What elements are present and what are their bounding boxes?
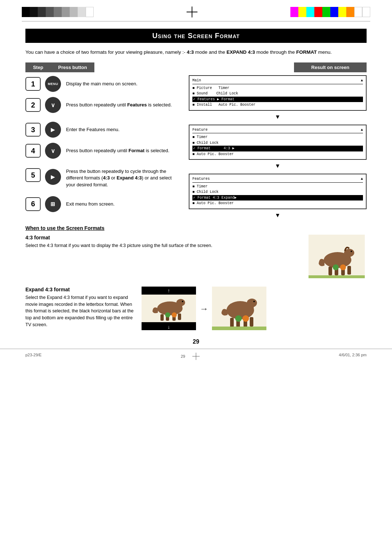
svg-rect-38 [212,327,266,330]
bar-color-4 [314,7,322,17]
svg-point-36 [235,315,242,322]
bar-color-7 [338,7,346,17]
step-row-2: 2 ∨ Press button repeatedly until Featur… [25,96,181,114]
screen1-header: Main ▲ [192,78,363,84]
svg-rect-17 [177,302,182,308]
screen2-row4: ■ Auto Pic. Booster [192,151,363,157]
screen-mockup-2: Feature ▲ ■ Timer ■ Child Lock ✓ Format … [189,125,367,160]
bar-seg-2 [30,7,38,17]
screen3-header: Features ▲ [192,177,363,183]
bar-seg-3 [38,7,46,17]
screen3-down-arrow: ▼ [189,212,367,219]
letterbox-image-container: ↑ ↓ [142,287,196,331]
svg-point-23 [165,312,170,317]
format-43-desc: Select the 4:3 format if you want to dis… [25,242,298,249]
format-43-title: 4:3 format [25,235,298,240]
format-43-section: 4:3 format Select the 4:3 format if you … [25,235,367,279]
svg-point-35 [253,301,255,302]
color-bars [290,7,370,17]
step-desc-1: Display the main menu on screen. [66,81,138,87]
svg-rect-7 [347,266,351,275]
bar-seg-5 [54,7,62,17]
step-desc-6: Exit menu from screen. [66,201,115,207]
menu-exit-button: ⊞ [45,196,61,212]
screen1-row3-selected: ✓ Features ▶ Format [192,97,363,102]
screen3-title: Features [192,177,210,182]
table-header: Step Press button Result on screen [25,62,367,72]
bar-color-5 [322,7,330,17]
format-43-text: 4:3 format Select the 4:3 format if you … [25,235,298,249]
step-row-6: 6 ⊞ Exit menu from screen. [25,195,181,213]
step-row-3: 3 ▶ Enter the Features menu. [25,121,181,138]
screen1-row2: ■ Sound Child Lock [192,91,363,97]
intro-paragraph: You can have a choice of two formats for… [25,49,367,56]
format-43-image [309,235,367,279]
svg-text:↑: ↑ [168,288,170,293]
page-number: 29 [25,339,367,345]
right-arrow-button-2: ▶ [45,169,61,185]
bar-color-10 [362,7,370,17]
step-group-6: 6 ⊞ Exit menu from screen. [25,195,181,213]
down-arrow-button-2: ∨ [45,143,61,159]
svg-rect-18 [160,314,164,321]
expand-43-text: Expand 4:3 format Select the Expand 4:3 … [25,287,134,328]
screen-block-3: Features ▲ ■ Timer ■ Child Lock ✓ Format… [189,174,367,219]
expand-43-section: Expand 4:3 format Select the Expand 4:3 … [25,287,367,331]
screen2-title: Feature [192,127,208,133]
step-number-4: 4 [25,144,41,158]
svg-point-37 [242,315,249,322]
bar-color-1 [290,7,298,17]
svg-rect-34 [250,317,253,327]
screen2-arrow-up: ▲ [361,127,363,133]
screen1-arrow-up: ▲ [361,78,363,83]
screen2-down-arrow: ▼ [189,163,367,169]
svg-rect-4 [328,267,332,275]
svg-rect-30 [248,302,254,310]
footer-right: 4/6/01, 2:36 pm [339,353,367,360]
screen2-header: Feature ▲ [192,127,363,134]
horse-43-illustration [309,235,365,278]
header-press: Press button [51,62,94,72]
steps-and-screens: 1 MENU Display the main menu on screen. … [25,75,367,222]
bar-seg-9 [86,7,94,17]
main-content: Using the Screen Format You can have a c… [0,29,392,345]
svg-point-10 [340,264,346,270]
when-to-use-section: When to use the Screen Formats 4:3 forma… [25,225,367,331]
step-number-3: 3 [25,123,41,137]
footer: p23-29/E 29 4/6/01, 2:36 pm [0,349,392,364]
screen1-title: Main [192,78,201,83]
step-row-5: 5 ▶ Press the button repeatedly to cycle… [25,167,181,188]
screen2-row2: ■ Child Lock [192,140,363,146]
crosshair-footer [192,353,200,360]
step-desc-3: Enter the Features menu. [66,126,119,133]
svg-rect-31 [230,318,234,327]
letterbox-illustration: ↑ ↓ [142,287,196,330]
expand-43-desc: Select the Expand 4:3 format if you want… [25,294,134,328]
when-section-title: When to use the Screen Formats [25,225,367,231]
step-group-5: 5 ▶ Press the button repeatedly to cycle… [25,167,181,188]
svg-point-9 [333,264,339,270]
screen3-row2: ■ Child Lock [192,189,363,195]
step-number-5: 5 [25,168,41,182]
header-step: Step [25,62,51,72]
step-row-4: 4 ∨ Press button repeatedly umtil Format… [25,142,181,159]
expand-43-title: Expand 4:3 format [25,287,134,292]
step-number-1: 1 [25,77,41,91]
right-arrow-button-1: ▶ [45,122,61,138]
step-number-2: 2 [25,98,41,112]
step-number-6: 6 [25,197,41,211]
footer-center-area: 29 [181,353,200,360]
down-arrow-button-1: ∨ [45,97,61,113]
screen1-down-arrow: ▼ [189,114,367,120]
bar-color-9 [354,7,362,17]
bar-seg-1 [22,7,30,17]
svg-rect-21 [178,313,181,320]
bar-color-2 [298,7,306,17]
top-divider [22,21,370,21]
bar-seg-8 [78,7,86,17]
screen-block-1: Main ▲ ■ Picture Timer ■ Sound Child Loc… [189,75,367,120]
screen-mockup-3: Features ▲ ■ Timer ■ Child Lock ✓ Format… [189,174,367,209]
svg-text:↓: ↓ [168,324,170,330]
expand-images-container: ↑ ↓ → [142,287,367,331]
grayscale-bars [22,7,94,17]
